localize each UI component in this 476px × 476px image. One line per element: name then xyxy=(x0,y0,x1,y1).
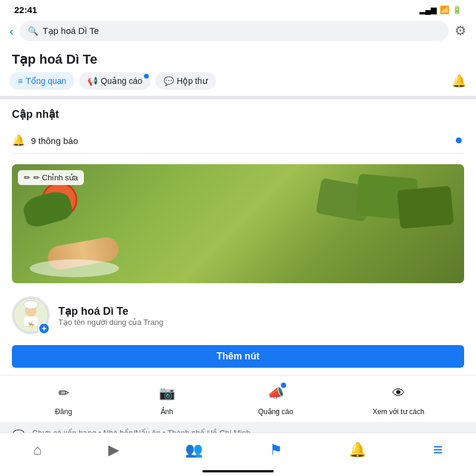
dang-icon-wrap: ✏ xyxy=(52,381,76,405)
status-icons: ▂▄▆ 📶 🔋 xyxy=(419,5,462,14)
bell-tab-icon[interactable]: 🔔 xyxy=(452,74,466,88)
anh-icon-wrap: 📷 xyxy=(155,381,178,405)
update-section: Cập nhật 🔔 9 thông báo xyxy=(0,99,476,158)
search-bar: ‹ 🔍 Tạp hoá Dì Te ⚙ xyxy=(0,17,476,45)
notification-row[interactable]: 🔔 9 thông báo xyxy=(12,128,464,154)
svg-text:👨‍🍳: 👨‍🍳 xyxy=(28,321,34,327)
xem-icon: 👁 xyxy=(392,386,405,401)
status-bar: 22:41 ▂▄▆ 📶 🔋 xyxy=(0,0,476,17)
xem-icon-wrap: 👁 xyxy=(387,381,411,405)
tab-bar: ≡ Tổng quan 📢 Quảng cáo 💬 Hộp thư 🔔 xyxy=(0,72,476,96)
notification-bell-icon: 🔔 xyxy=(12,134,25,147)
plate xyxy=(30,259,119,277)
nav-friends[interactable]: 👥 xyxy=(176,439,212,461)
action-dang[interactable]: ✏ Đăng xyxy=(52,381,76,416)
settings-icon[interactable]: ⚙ xyxy=(455,23,466,39)
quangcao-action-dot xyxy=(281,383,286,388)
quangcao-dot xyxy=(144,74,149,79)
dang-icon: ✏ xyxy=(58,386,69,401)
nav-pages[interactable]: ⚑ xyxy=(260,439,292,461)
search-icon: 🔍 xyxy=(28,26,38,36)
svg-point-3 xyxy=(24,300,38,309)
hopthu-label: Hộp thư xyxy=(177,76,207,86)
notification-text: 9 thông báo xyxy=(31,136,78,146)
tongquan-label: Tổng quan xyxy=(26,76,66,86)
food-image: ✏ ✏ Chỉnh sửa xyxy=(12,164,464,283)
video-icon: ▶ xyxy=(108,441,119,458)
hopthu-icon: 💬 xyxy=(164,76,174,86)
action-quangcao[interactable]: 📣 Quảng cáo xyxy=(258,381,293,416)
page-title-section: Tạp hoá Dì Te xyxy=(0,45,476,72)
xem-label: Xem với tư cách xyxy=(372,408,424,416)
notification-dot xyxy=(456,137,462,143)
tab-quangcao[interactable]: 📢 Quảng cáo xyxy=(79,72,151,90)
quangcao-icon: 📢 xyxy=(87,76,98,86)
profile-subtitle: Tạo tên người dùng của Trang xyxy=(58,318,164,327)
nav-home[interactable]: ⌂ xyxy=(24,439,52,461)
nav-video[interactable]: ▶ xyxy=(99,439,129,461)
edit-button[interactable]: ✏ ✏ Chỉnh sửa xyxy=(18,170,84,185)
quangcao-action-icon: 📣 xyxy=(268,386,284,401)
friends-icon: 👥 xyxy=(185,441,203,458)
signal-icon: ▂▄▆ xyxy=(419,5,437,14)
dang-label: Đăng xyxy=(55,408,72,416)
tongquan-icon: ≡ xyxy=(18,76,23,86)
pencil-icon: ✏ xyxy=(24,173,30,182)
profile-section: 👨‍🍳 + Tạp hoá Dì Te Tạo tên người dùng c… xyxy=(0,289,476,340)
pages-icon: ⚑ xyxy=(270,441,283,458)
profile-name: Tạp hoá Dì Te xyxy=(58,305,164,318)
nav-notifications[interactable]: 🔔 xyxy=(339,439,376,461)
menu-icon: ≡ xyxy=(433,440,443,459)
avatar-wrap: 👨‍🍳 + xyxy=(12,296,50,334)
profile-info: Tạp hoá Dì Te Tạo tên người dùng của Tra… xyxy=(58,305,164,327)
wifi-icon: 📶 xyxy=(440,5,449,14)
quangcao-action-label: Quảng cáo xyxy=(258,408,293,416)
status-time: 22:41 xyxy=(14,5,37,15)
battery-icon: 🔋 xyxy=(452,5,462,14)
anh-icon: 📷 xyxy=(159,386,175,401)
home-icon: ⌂ xyxy=(33,441,42,458)
action-anh[interactable]: 📷 Ảnh xyxy=(155,381,178,416)
quangcao-action-icon-wrap: 📣 xyxy=(264,381,287,405)
edit-label: ✏ Chỉnh sửa xyxy=(33,173,78,182)
avatar-plus-button[interactable]: + xyxy=(38,322,50,334)
page-title: Tạp hoá Dì Te xyxy=(12,52,464,67)
action-xem[interactable]: 👁 Xem với tư cách xyxy=(372,381,424,416)
phone-frame: 22:41 ▂▄▆ 📶 🔋 ‹ 🔍 Tạp hoá Dì Te ⚙ Tạp ho… xyxy=(0,0,476,476)
quangcao-label: Quảng cáo xyxy=(101,76,142,86)
food-item-3 xyxy=(397,186,453,229)
action-icons-row: ✏ Đăng 📷 Ảnh 📣 Quảng cáo 👁 Xem với tư cá… xyxy=(0,375,476,422)
nav-bell-icon: 🔔 xyxy=(349,441,367,458)
home-indicator xyxy=(202,470,274,472)
nav-menu[interactable]: ≡ xyxy=(424,438,452,462)
search-input[interactable]: Tạp hoá Dì Te xyxy=(43,26,99,36)
bottom-nav: ⌂ ▶ 👥 ⚑ 🔔 ≡ xyxy=(0,433,476,464)
update-title: Cập nhật xyxy=(12,108,464,121)
anh-label: Ảnh xyxy=(161,408,173,416)
back-button[interactable]: ‹ xyxy=(10,24,14,38)
add-button[interactable]: Thêm nút xyxy=(12,345,464,368)
tab-hopthu[interactable]: 💬 Hộp thư xyxy=(155,72,215,90)
food-item-1 xyxy=(21,188,74,229)
search-input-wrap[interactable]: 🔍 Tạp hoá Dì Te xyxy=(20,21,449,41)
tab-tongquan[interactable]: ≡ Tổng quan xyxy=(10,72,74,90)
